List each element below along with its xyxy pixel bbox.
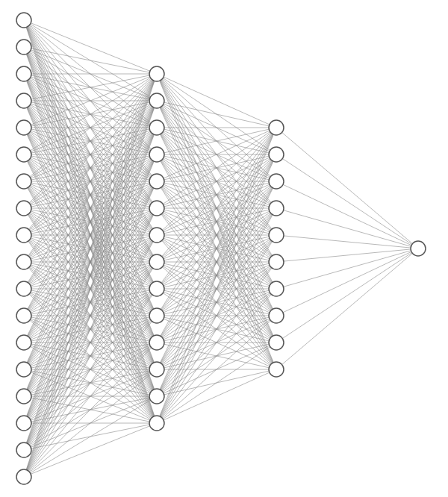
node-input-6 <box>16 174 31 189</box>
node-input-15 <box>16 416 31 431</box>
node-hidden1-3 <box>149 147 164 162</box>
node-hidden1-13 <box>149 416 164 431</box>
edge <box>24 20 157 74</box>
edge <box>276 248 418 343</box>
nodes-group <box>16 13 426 484</box>
node-input-7 <box>16 201 31 216</box>
node-input-5 <box>16 147 31 162</box>
node-hidden1-5 <box>149 201 164 216</box>
node-input-3 <box>16 93 31 108</box>
node-hidden1-10 <box>149 335 164 350</box>
node-hidden1-7 <box>149 254 164 269</box>
node-input-0 <box>16 13 31 28</box>
node-hidden2-9 <box>269 362 284 377</box>
edge <box>157 369 276 423</box>
node-input-13 <box>16 362 31 377</box>
node-hidden1-4 <box>149 174 164 189</box>
edge <box>157 74 276 128</box>
edges-group <box>24 20 418 477</box>
node-hidden1-2 <box>149 120 164 135</box>
node-hidden1-6 <box>149 228 164 243</box>
node-hidden2-6 <box>269 281 284 296</box>
node-input-8 <box>16 228 31 243</box>
node-input-2 <box>16 66 31 81</box>
node-hidden2-5 <box>269 254 284 269</box>
node-input-12 <box>16 335 31 350</box>
node-hidden1-0 <box>149 66 164 81</box>
edge <box>276 128 418 248</box>
node-hidden1-8 <box>149 281 164 296</box>
node-hidden2-2 <box>269 174 284 189</box>
edge <box>276 248 418 289</box>
node-input-14 <box>16 389 31 404</box>
neural-network-diagram <box>0 0 448 497</box>
edge <box>276 248 418 316</box>
edge <box>276 248 418 262</box>
edge <box>276 248 418 369</box>
edge <box>276 154 418 248</box>
node-input-16 <box>16 443 31 457</box>
edge <box>24 423 157 477</box>
node-input-10 <box>16 281 31 296</box>
node-input-1 <box>16 40 31 54</box>
node-hidden1-1 <box>149 93 164 108</box>
edge <box>157 128 276 423</box>
node-input-11 <box>16 308 31 323</box>
node-input-17 <box>16 469 31 484</box>
node-hidden1-9 <box>149 308 164 323</box>
node-hidden2-8 <box>269 335 284 350</box>
node-hidden1-11 <box>149 362 164 377</box>
node-hidden2-0 <box>269 120 284 135</box>
edge <box>276 181 418 248</box>
node-input-9 <box>16 254 31 269</box>
node-hidden2-4 <box>269 228 284 243</box>
node-hidden2-3 <box>269 201 284 216</box>
node-hidden2-1 <box>269 147 284 162</box>
node-hidden2-7 <box>269 308 284 323</box>
node-input-4 <box>16 120 31 135</box>
edge <box>276 208 418 248</box>
node-hidden1-12 <box>149 389 164 404</box>
node-output-0 <box>411 241 426 256</box>
edge <box>276 235 418 248</box>
